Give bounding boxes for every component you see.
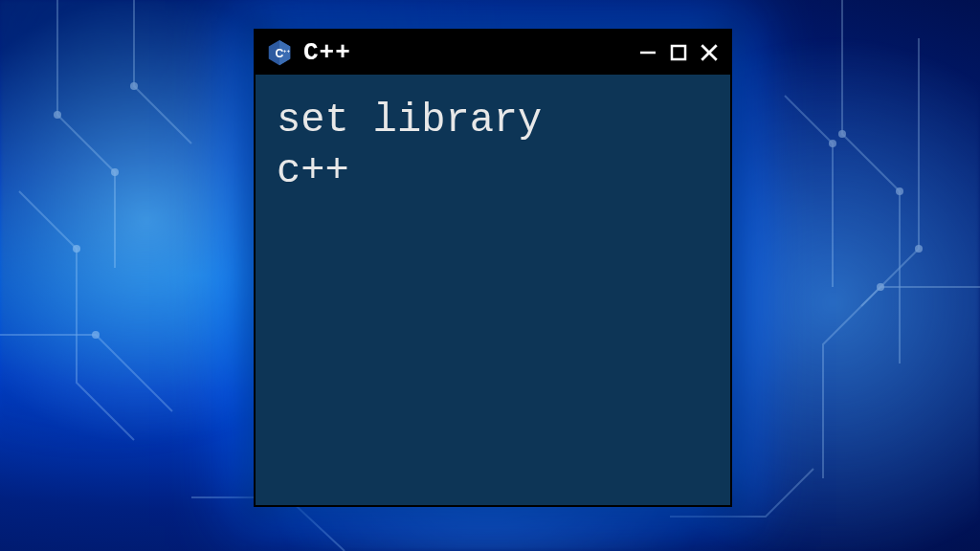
terminal-window: C + + C++ set library c++ [254, 29, 732, 507]
svg-point-1 [111, 168, 119, 176]
svg-point-6 [915, 245, 923, 253]
svg-point-7 [829, 140, 836, 147]
svg-point-5 [896, 187, 903, 195]
maximize-button[interactable] [667, 41, 690, 64]
window-titlebar[interactable]: C + + C++ [256, 31, 730, 75]
minimize-button[interactable] [636, 41, 659, 64]
cpp-logo-icon: C + + [265, 38, 294, 67]
svg-point-8 [877, 283, 884, 291]
svg-point-2 [130, 82, 138, 90]
svg-point-0 [54, 111, 61, 119]
svg-rect-16 [672, 46, 685, 59]
window-title: C++ [303, 38, 627, 67]
window-controls [636, 41, 721, 64]
window-content: set library c++ [256, 75, 730, 505]
close-button[interactable] [698, 41, 721, 64]
content-line-1: set library [277, 98, 542, 143]
content-line-2: c++ [277, 148, 349, 194]
svg-point-4 [838, 130, 846, 138]
svg-point-9 [92, 331, 100, 339]
svg-point-3 [73, 245, 80, 253]
